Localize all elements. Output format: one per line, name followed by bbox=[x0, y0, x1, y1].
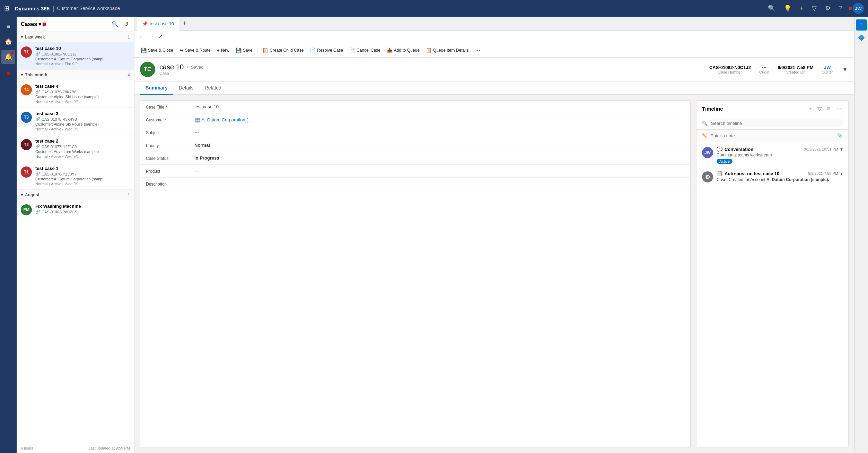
queue-details-icon: 📋 bbox=[426, 48, 432, 53]
settings-icon[interactable]: ⚙ bbox=[823, 5, 833, 12]
tab-details[interactable]: Details bbox=[173, 82, 199, 95]
timeline-add-button[interactable]: + bbox=[807, 105, 813, 113]
resolve-icon: 📄 bbox=[310, 48, 316, 53]
case-origin-meta: --- Origin bbox=[759, 65, 769, 74]
case-owner-value[interactable]: JW bbox=[822, 65, 833, 70]
timeline-list-icon[interactable]: ≡ bbox=[826, 105, 832, 113]
field-case-status: Case Status In Progress bbox=[140, 152, 690, 165]
field-value-case-status: In Progress bbox=[194, 155, 685, 161]
sidebar-recent-icon[interactable] bbox=[1, 67, 15, 80]
resolve-case-button[interactable]: 📄 Resolve Case bbox=[307, 46, 346, 55]
case-name: Fix Washing Machine bbox=[35, 204, 130, 209]
timeline-more-icon[interactable]: ⋯ bbox=[834, 105, 843, 113]
sidebar-icons: ≡ 🏠 🔔 bbox=[0, 17, 17, 453]
brand-name: Dynamics 365 bbox=[15, 6, 50, 11]
cases-title[interactable]: Cases ▾ bbox=[21, 21, 46, 27]
field-label-subject: Subject bbox=[146, 130, 194, 135]
case-name: test case 4 bbox=[35, 84, 130, 89]
timeline-note-area: ✏️ 📎 bbox=[696, 130, 848, 142]
timeline-header: Timeline + ▽ ≡ ⋯ bbox=[696, 101, 848, 117]
case-item[interactable]: T3 test case 3 🔗CAS-01078-R3X4Y8 Custome… bbox=[17, 108, 134, 135]
case-item[interactable]: T1 test case 10 🔗 CAS-01082-N0C1J2 Custo… bbox=[17, 42, 134, 70]
user-avatar-nav[interactable]: JW bbox=[853, 3, 864, 14]
field-label-description: Description bbox=[146, 181, 194, 187]
section-august[interactable]: ▾ August 1 bbox=[17, 190, 134, 200]
timeline-item-expand[interactable]: ▾ bbox=[840, 171, 843, 176]
section-collapse-icon: ▾ bbox=[21, 35, 23, 40]
tab-add-button[interactable]: + bbox=[179, 20, 190, 27]
section-this-month[interactable]: ▾ This month 4 bbox=[17, 70, 134, 80]
case-info: test case 10 🔗 CAS-01082-N0C1J2 Customer… bbox=[35, 46, 130, 66]
tab-related[interactable]: Related bbox=[199, 82, 227, 95]
field-priority: Priority Normal bbox=[140, 139, 690, 152]
section-last-week[interactable]: ▾ Last week 1 bbox=[17, 32, 134, 42]
sidebar-notifications-icon[interactable]: 🔔 bbox=[1, 50, 15, 64]
field-case-title: Case Title * test case 10 bbox=[140, 101, 690, 113]
case-header-meta: CAS-01082-N0C1J2 Case Number --- Origin … bbox=[709, 65, 849, 74]
notification-badge bbox=[11, 52, 14, 54]
add-icon-nav[interactable]: + bbox=[798, 5, 806, 12]
back-button[interactable]: ← bbox=[137, 33, 146, 41]
grid-icon[interactable]: ⊞ bbox=[4, 5, 9, 12]
right-sidebar-icon-2[interactable]: 🔷 bbox=[856, 32, 867, 43]
save-icon: 💾 bbox=[236, 48, 242, 53]
right-sidebar: ≡ 🔷 bbox=[854, 17, 868, 453]
expand-button[interactable]: ⤢ bbox=[157, 33, 164, 41]
case-item[interactable]: T4 test case 4 🔗CAS-01079-Z8K7B8 Custome… bbox=[17, 80, 134, 108]
case-item[interactable]: FM Fix Washing Machine 🔗CAS-01062-P8Q3C5 bbox=[17, 200, 134, 219]
brand: Dynamics 365 | Customer Service workspac… bbox=[15, 5, 120, 12]
sidebar-menu-icon[interactable]: ≡ bbox=[1, 19, 15, 33]
cases-list: ▾ Last week 1 T1 test case 10 🔗 CAS-0108… bbox=[17, 32, 134, 443]
add-queue-icon: 📥 bbox=[387, 48, 393, 53]
filter-icon-nav[interactable]: ▽ bbox=[810, 5, 819, 12]
main-content: 📌 test case 10 + ← → ⤢ 💾 Save & Close ↪ … bbox=[134, 17, 854, 453]
timeline-item-expand[interactable]: ▾ bbox=[840, 146, 843, 152]
tab-case-10[interactable]: 📌 test case 10 bbox=[137, 17, 179, 31]
cases-search-icon[interactable]: 🔍 bbox=[110, 20, 120, 28]
customer-icon: 🏢 bbox=[194, 117, 202, 122]
tab-label: test case 10 bbox=[150, 21, 174, 26]
timeline-item-content: 💬 Conversation 9/13/2021 10:51 PM ▾ Comm… bbox=[717, 146, 843, 164]
save-button[interactable]: 💾 Save bbox=[233, 46, 255, 55]
add-queue-button[interactable]: 📥 Add to Queue bbox=[384, 46, 422, 55]
case-id: 🔗 CAS-01082-N0C1J2 bbox=[35, 52, 130, 56]
create-child-button[interactable]: 📋 Create Child Case bbox=[260, 46, 306, 55]
toolbar-more-button[interactable]: ⋯ bbox=[472, 45, 483, 55]
case-item[interactable]: T1 test case 1 🔗CAS-01076-Y1V3Y7 Custome… bbox=[17, 162, 134, 190]
case-header-chevron[interactable]: ▾ bbox=[841, 66, 849, 73]
attachment-icon[interactable]: 📎 bbox=[837, 133, 843, 138]
tab-bar: 📌 test case 10 + bbox=[134, 17, 854, 31]
case-avatar: T4 bbox=[21, 84, 32, 95]
field-label-case-status: Case Status bbox=[146, 155, 194, 161]
queue-details-button[interactable]: 📋 Queue Item Details bbox=[423, 46, 472, 55]
timeline-search-input[interactable] bbox=[710, 119, 843, 127]
save-route-button[interactable]: ↪ Save & Route bbox=[177, 46, 213, 55]
cases-refresh-icon[interactable]: ↺ bbox=[123, 20, 130, 28]
timeline-filter-icon[interactable]: ▽ bbox=[816, 105, 823, 113]
section-count: 1 bbox=[128, 193, 130, 197]
new-button[interactable]: + New bbox=[214, 46, 232, 55]
cancel-icon: 📄 bbox=[349, 48, 355, 53]
lightbulb-icon[interactable]: 💡 bbox=[782, 5, 794, 12]
save-close-button[interactable]: 💾 Save & Close bbox=[138, 46, 176, 55]
right-sidebar-icon-1[interactable]: ≡ bbox=[856, 19, 867, 31]
case-name: test case 10 bbox=[35, 46, 130, 51]
case-saved-text: Saved bbox=[191, 65, 204, 70]
case-header: TC case 10 • Saved Case CAS-01082-N0C1J2… bbox=[134, 58, 854, 82]
field-label-priority: Priority bbox=[146, 143, 194, 148]
forward-button[interactable]: → bbox=[147, 33, 155, 41]
case-item[interactable]: T2 test case 2 🔗CAS-01077-H2Z1C9 Custome… bbox=[17, 135, 134, 162]
timeline-note-input[interactable] bbox=[710, 133, 834, 138]
case-created-value: 9/9/2021 7:58 PM bbox=[778, 65, 813, 70]
tab-summary[interactable]: Summary bbox=[140, 82, 173, 95]
help-icon[interactable]: ? bbox=[837, 5, 844, 12]
timeline-item-avatar: ⚙ bbox=[702, 171, 713, 182]
field-value-customer[interactable]: 🏢 A. Datum Corporation (… bbox=[194, 117, 685, 122]
cancel-case-button[interactable]: 📄 Cancel Case bbox=[347, 46, 383, 55]
case-name: test case 3 bbox=[35, 111, 130, 116]
sidebar-home-icon[interactable]: 🏠 bbox=[1, 35, 15, 49]
toolbar: 💾 Save & Close ↪ Save & Route + New 💾 Sa… bbox=[134, 43, 854, 58]
search-icon-nav[interactable]: 🔍 bbox=[766, 5, 778, 12]
timeline-title: Timeline bbox=[702, 106, 804, 112]
nav-bar: ← → ⤢ bbox=[134, 31, 854, 43]
